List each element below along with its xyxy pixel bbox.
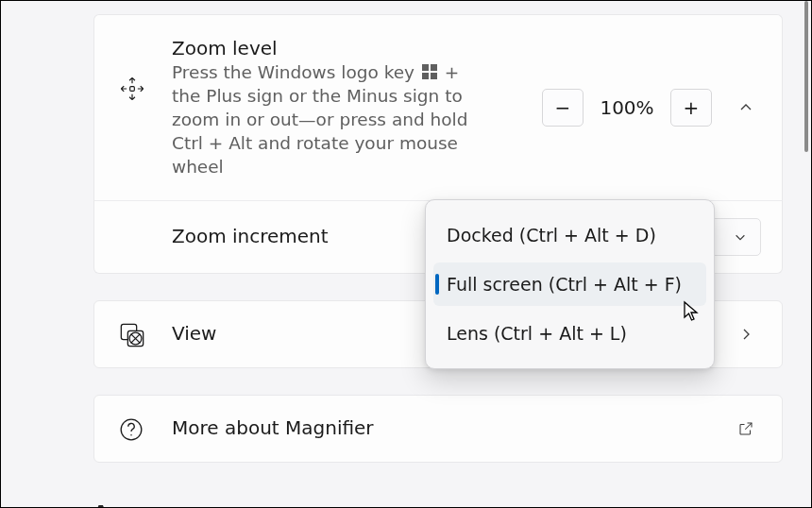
- plus-icon: +: [684, 96, 700, 119]
- appearance-heading: Appearance: [93, 500, 783, 508]
- svg-rect-3: [422, 73, 429, 79]
- view-option-lens[interactable]: Lens (Ctrl + Alt + L): [433, 312, 706, 355]
- more-about-card[interactable]: More about Magnifier: [93, 395, 783, 463]
- svg-rect-0: [130, 87, 135, 92]
- view-flyout-menu: Docked (Ctrl + Alt + D) Full screen (Ctr…: [425, 199, 715, 369]
- zoom-level-description: Press the Windows logo key + the Plus si…: [172, 61, 493, 179]
- move-icon: [119, 76, 145, 102]
- view-expand-button[interactable]: [731, 319, 761, 349]
- zoom-increase-button[interactable]: +: [670, 89, 712, 127]
- zoom-collapse-button[interactable]: [731, 93, 761, 123]
- zoom-value: 100%: [599, 96, 655, 119]
- vertical-scrollbar[interactable]: [804, 1, 808, 152]
- chevron-right-icon: [738, 327, 753, 342]
- view-icon: [119, 322, 145, 348]
- chevron-up-icon: [738, 100, 753, 115]
- desc-text-pre: Press the Windows logo key: [172, 62, 420, 82]
- zoom-level-icon-wrap: [119, 36, 172, 102]
- chevron-down-icon: [734, 230, 747, 244]
- view-option-label: Docked (Ctrl + Alt + D): [447, 225, 656, 246]
- view-option-label: Lens (Ctrl + Alt + L): [447, 323, 627, 344]
- external-link-icon: [737, 420, 754, 437]
- view-option-label: Full screen (Ctrl + Alt + F): [447, 274, 682, 295]
- zoom-level-card: Zoom level Press the Windows logo key + …: [93, 14, 783, 200]
- view-option-fullscreen[interactable]: Full screen (Ctrl + Alt + F): [433, 262, 706, 306]
- svg-point-9: [130, 434, 132, 436]
- svg-rect-1: [422, 64, 429, 71]
- windows-logo-icon: [422, 63, 443, 83]
- zoom-decrease-button[interactable]: −: [542, 89, 584, 127]
- external-link-button[interactable]: [731, 414, 761, 444]
- view-option-docked[interactable]: Docked (Ctrl + Alt + D): [433, 213, 706, 257]
- zoom-level-title: Zoom level: [172, 36, 542, 61]
- more-about-title: More about Magnifier: [172, 415, 727, 441]
- svg-rect-4: [431, 73, 437, 79]
- help-icon: [119, 417, 144, 442]
- svg-rect-2: [431, 64, 437, 71]
- minus-icon: −: [555, 96, 571, 119]
